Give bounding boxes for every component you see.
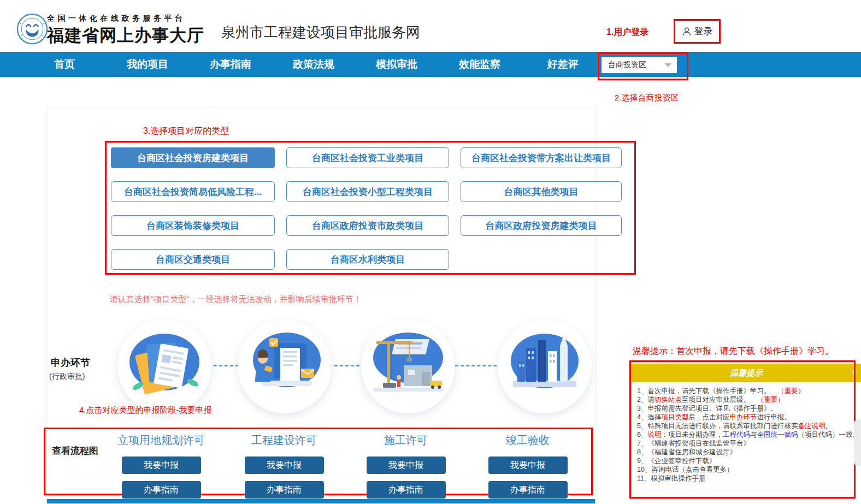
card-footer-bar (47, 499, 595, 503)
login-button[interactable]: 登录 (682, 25, 713, 38)
stage-illustration-completion (498, 319, 592, 413)
project-type-button[interactable]: 台商区水利类项目 (286, 249, 449, 270)
platform-name-small: 全国一体化在线政务服务平台 (47, 14, 204, 23)
person-review-illustration (238, 319, 332, 413)
city-buildings-illustration (498, 319, 592, 413)
platform-name-big: 福建省网上办事大厅 (47, 24, 204, 47)
annotation-region-step: 2.选择台商投资区 (615, 93, 679, 103)
notice-list: 1、首次申报，请先下载《操作手册》学习。 （重要）2、请切换站点至项目对应审批层… (632, 382, 861, 488)
project-type-button[interactable]: 台商区社会投资带方案出让类项目 (461, 147, 622, 168)
annotation-login-step: 1.用户登录 (606, 27, 648, 38)
nav-item-policies[interactable]: 政策法规 (272, 57, 355, 72)
project-type-button[interactable]: 台商区社会投资房建类项目 (111, 147, 275, 168)
notice-highlight: 申办环节 (729, 413, 757, 421)
nav-items: 首页我的项目办事指南政策法规模拟审批效能监察好差评 (0, 52, 861, 77)
nav-item-supervision[interactable]: 效能监察 (438, 57, 521, 72)
login-label: 登录 (694, 25, 713, 38)
apply-button[interactable]: 我要申报 (488, 456, 568, 474)
login-annotation-box: 登录 (674, 19, 721, 44)
construction-illustration (361, 319, 455, 413)
side-widget-handle[interactable] (854, 419, 861, 466)
flow-column: 施工许可我要申报办事指南 (351, 433, 461, 499)
logo-text-block: 全国一体化在线政务服务平台 福建省网上办事大厅 (47, 14, 204, 47)
notice-panel-title: 温馨提示 (730, 368, 763, 378)
annotation-flow-box: 查看流程图 立项用地规划许可我要申报办事指南工程建设许可我要申报办事指南施工许可… (44, 428, 593, 495)
stage-illustration-review (238, 319, 332, 413)
notice-item: 8、《福建省住房和城乡建设厅》 (637, 448, 859, 456)
project-type-button[interactable]: 台商区社会投资小型工程类项目 (286, 181, 449, 202)
notice-panel-header: 温馨提示 v (632, 364, 861, 382)
notice-item: 11、模拟审批操作手册 (637, 474, 859, 483)
user-icon (682, 27, 692, 37)
nav-item-home[interactable]: 首页 (23, 57, 106, 72)
project-type-grid: 台商区社会投资房建类项目台商区社会投资工业类项目台商区社会投资带方案出让类项目台… (111, 147, 634, 270)
project-type-button[interactable]: 台商区其他类项目 (461, 181, 622, 202)
notice-item: 7、《福建省投资项目在线监管平台》 (637, 439, 859, 448)
notice-highlight: 说明： (647, 431, 668, 438)
nav-item-my-projects[interactable]: 我的项目 (106, 57, 189, 72)
apply-button[interactable]: 我要申报 (367, 456, 446, 474)
guide-button[interactable]: 办事指南 (488, 481, 568, 499)
nav-item-mock-approval[interactable]: 模拟审批 (355, 57, 438, 72)
page-title: 泉州市工程建设项目审批服务网 (221, 23, 420, 42)
annotation-types-box: 台商区社会投资房建类项目台商区社会投资工业类项目台商区社会投资带方案出让类项目台… (105, 141, 636, 275)
notice-item: 3、申报前需先登记项目。详见《操作手册》。 (637, 404, 859, 413)
annotation-apply-step: 4.点击对应类型的申报阶段-我要申报 (79, 405, 212, 416)
flow-column: 工程建设许可我要申报办事指南 (229, 433, 339, 499)
notice-highlight: 项目类型 (661, 413, 688, 421)
nav-item-guide[interactable]: 办事指南 (189, 57, 272, 72)
site-logo-icon (16, 13, 48, 45)
notice-highlight: （重要） (757, 396, 784, 404)
stage-title: 工程建设许可 (229, 433, 339, 448)
notice-item: 9、《企业签章控件下载》 (637, 456, 859, 465)
flow-columns: 立项用地规划许可我要申报办事指南工程建设许可我要申报办事指南施工许可我要申报办事… (45, 429, 591, 494)
flow-column: 立项用地规划许可我要申报办事指南 (107, 433, 216, 499)
project-type-button[interactable]: 台商区政府投资市政类项目 (286, 215, 449, 236)
guide-button[interactable]: 办事指南 (245, 481, 324, 499)
annotation-types-step: 3.选择项目对应的类型 (143, 126, 229, 137)
stage-illustration-construction (361, 319, 455, 413)
notice-link[interactable]: 工程代码 (723, 431, 750, 438)
flow-column: 竣工验收我要申报办事指南 (473, 433, 582, 499)
stage-section-label: 申办环节 (51, 356, 90, 369)
notice-headline: 温馨提示：首次申报，请先下载《操作手册》学习。 (633, 346, 834, 357)
stage-title: 施工许可 (351, 433, 461, 448)
notice-panel: 温馨提示 v 1、首次申报，请先下载《操作手册》学习。 （重要）2、请切换站点至… (632, 364, 861, 488)
notice-item: 2、请切换站点至项目对应审批层级。 （重要） (637, 395, 859, 404)
project-type-button[interactable]: 台商区社会投资简易低风险工程... (111, 181, 275, 202)
stage-section-sublabel: (行政审批) (49, 372, 85, 382)
stage-title: 竣工验收 (473, 433, 582, 448)
notice-highlight: 切换站点 (654, 396, 682, 404)
notice-item: 1、首次申报，请先下载《操作手册》学习。 （重要） (637, 387, 859, 395)
notice-highlight: 备注说明 (798, 422, 825, 430)
chevron-down-icon (665, 63, 671, 67)
notice-link[interactable]: 全国统一赋码 (757, 431, 798, 438)
stage-connector-line (164, 365, 546, 366)
project-type-button[interactable]: 台商区装饰装修类项目 (111, 215, 275, 236)
collapse-icon[interactable]: v (852, 368, 857, 377)
notice-item: 6、说明：项目未分期办理，工程代码与全国统一赋码（项目代码）一致。 (637, 430, 859, 439)
project-type-button[interactable]: 台商区政府投资房建类项目 (461, 215, 622, 236)
apply-button[interactable]: 我要申报 (122, 456, 201, 474)
documents-illustration (117, 319, 211, 413)
guide-button[interactable]: 办事指南 (122, 481, 201, 499)
stage-title: 立项用地规划许可 (107, 433, 216, 448)
guide-button[interactable]: 办事指南 (367, 481, 446, 499)
type-selection-warning: 请认真选择"项目类型"，一经选择将无法改动，并影响后续审批环节！ (110, 294, 362, 305)
region-selector-value: 台商投资区 (608, 60, 646, 70)
project-type-button[interactable]: 台商区交通类项目 (111, 249, 275, 270)
project-type-button[interactable]: 台商区社会投资工业类项目 (286, 147, 449, 168)
page: 全国一体化在线政务服务平台 福建省网上办事大厅 泉州市工程建设项目审批服务网 1… (0, 0, 861, 504)
main-nav: 首页我的项目办事指南政策法规模拟审批效能监察好差评 (0, 52, 861, 77)
notice-item: 4、选择项目类型后，点击对应申办环节进行申报。 (637, 413, 859, 422)
notice-highlight: （重要） (777, 387, 805, 395)
stage-illustration-application (117, 319, 211, 413)
notice-item: 5、特殊项目无法进行联办，请联系审批部门进行核实备注说明。 (637, 422, 859, 430)
region-selector[interactable]: 台商投资区 (601, 57, 677, 73)
notice-item: 10、咨询电话（点击查看更多） (637, 465, 859, 474)
nav-item-rating[interactable]: 好差评 (521, 57, 604, 72)
apply-button[interactable]: 我要申报 (245, 456, 324, 474)
